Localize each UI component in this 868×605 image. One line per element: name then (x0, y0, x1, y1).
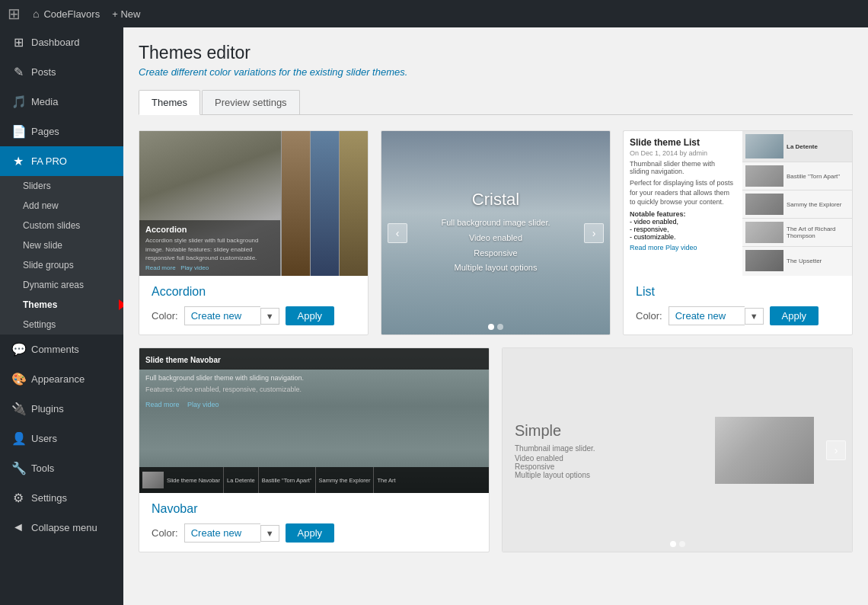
fa-pro-label: FA PRO (31, 155, 67, 167)
nav-film-4: The Art (377, 477, 395, 484)
cristal-line4: Multiple layout options (441, 261, 550, 276)
simple-dot-1 (670, 541, 676, 547)
navobar-desc: Full background slider theme with slidin… (139, 370, 489, 414)
sidebar-item-pages[interactable]: 📄 Pages (0, 117, 123, 146)
sidebar: ⊞ Dashboard ✎ Posts 🎵 Media 📄 Pa (0, 27, 123, 605)
cristal-nav-right[interactable]: › (584, 223, 604, 243)
list-color-label: Color: (636, 310, 662, 322)
fa-pro-arrow-icon: ◄ (113, 155, 123, 168)
page-subtitle: Create different color variations for th… (139, 66, 853, 78)
list-preview: Slide theme List On Dec 1, 2014 by admin… (624, 131, 852, 276)
tab-preview-settings[interactable]: Preview settings (202, 90, 300, 114)
layout: ⊞ Dashboard ✎ Posts 🎵 Media 📄 Pa (0, 27, 868, 605)
cristal-nav-left[interactable]: ‹ (388, 223, 407, 243)
accordion-select-arrow[interactable]: ▼ (260, 308, 279, 325)
sidebar-item-dashboard[interactable]: ⊞ Dashboard (0, 27, 123, 57)
navobar-preview: Slide theme Navobar Full background slid… (139, 348, 489, 493)
list-color-select[interactable]: Create new ▼ (669, 306, 764, 325)
page-title: Themes editor (139, 43, 853, 63)
navobar-read-more[interactable]: Read more (145, 401, 180, 408)
list-item-2-label: Sammy the Explorer (787, 201, 841, 208)
accordion-title: Accordion (145, 225, 274, 234)
tools-label: Tools (31, 463, 54, 474)
navobar-create-new[interactable]: Create new (184, 523, 260, 543)
sidebar-item-comments[interactable]: 💬 Comments (0, 335, 123, 364)
navobar-header: Slide theme Navobar (139, 348, 489, 370)
sidebar-item-plugins[interactable]: 🔌 Plugins (0, 394, 123, 424)
tab-themes[interactable]: Themes (139, 90, 200, 115)
sidebar-item-new-slide[interactable]: New slide (0, 235, 123, 255)
list-features-intro: Perfect for displaying lists of posts fo… (630, 178, 736, 207)
accordion-color-select[interactable]: Create new ▼ (184, 306, 279, 325)
sidebar-item-custom-slides[interactable]: Custom slides (0, 216, 123, 235)
navobar-color-label: Color: (152, 527, 178, 539)
list-color-row: Color: Create new ▼ Apply (636, 306, 840, 325)
settings-icon: ⚙ (11, 491, 25, 505)
accordion-color-row: Color: Create new ▼ Apply (152, 306, 356, 325)
accordion-links: Read more Play video (145, 264, 274, 271)
navobar-color-select[interactable]: Create new ▼ (184, 523, 279, 543)
sidebar-item-dynamic-areas[interactable]: Dynamic areas (0, 275, 123, 295)
simple-preview: › Simple Thumbnail image slider. Video e… (503, 348, 852, 552)
cristal-line2: Video enabled (441, 231, 550, 246)
comments-icon: 💬 (11, 342, 25, 357)
sidebar-item-collapse[interactable]: ◄ Collapse menu (0, 513, 123, 542)
navobar-name: Navobar (152, 502, 477, 516)
wp-logo-icon: ⊞ (8, 5, 21, 23)
accordion-desc: Accordion style slider with full backgro… (145, 236, 274, 262)
navobar-desc-text: Full background slider theme with slidin… (145, 373, 483, 384)
list-item-3-label: The Art of Richard Thompson (787, 226, 849, 239)
sidebar-item-settings-main[interactable]: ⚙ Settings (0, 483, 123, 513)
new-button[interactable]: + New (112, 8, 140, 20)
posts-icon: ✎ (11, 65, 25, 79)
sidebar-item-media[interactable]: 🎵 Media (0, 87, 123, 117)
navobar-apply-button[interactable]: Apply (286, 523, 335, 543)
sidebar-item-posts[interactable]: ✎ Posts (0, 57, 123, 87)
list-select-arrow[interactable]: ▼ (745, 308, 764, 325)
site-name[interactable]: ⌂ CodeFlavors (33, 8, 100, 20)
sidebar-item-themes[interactable]: Themes (0, 295, 123, 315)
list-create-new[interactable]: Create new (669, 306, 745, 325)
navobar-select-arrow[interactable]: ▼ (260, 525, 279, 542)
accordion-color-label: Color: (152, 310, 178, 322)
navobar-links: Read more Play video (145, 396, 483, 410)
theme-card-accordion: › Accordion Accordion style slider with … (139, 130, 369, 335)
appearance-icon: 🎨 (11, 372, 25, 386)
simple-nav-right[interactable]: › (826, 440, 846, 460)
theme-card-cristal: ‹ › Cristal Full background image slider… (381, 130, 611, 335)
theme-card-simple: › Simple Thumbnail image slider. Video e… (502, 347, 853, 552)
users-label: Users (31, 433, 57, 444)
sidebar-item-fa-pro[interactable]: ★ FA PRO ◄ (0, 146, 123, 176)
list-read-more[interactable]: Read more (630, 244, 664, 251)
accordion-apply-button[interactable]: Apply (286, 306, 335, 325)
sidebar-item-settings[interactable]: Settings (0, 315, 123, 335)
navobar-play-video[interactable]: Play video (187, 401, 219, 408)
list-f1: - video enabled, (630, 218, 736, 226)
list-theme-title: Slide theme List (630, 137, 736, 148)
list-play-video[interactable]: Play video (665, 244, 697, 251)
nav-film-3: Sammy the Explorer (319, 477, 371, 484)
sidebar-item-appearance[interactable]: 🎨 Appearance (0, 364, 123, 394)
accordion-create-new[interactable]: Create new (184, 306, 260, 325)
site-name-label: CodeFlavors (43, 8, 100, 20)
simple-line4: Multiple layout options (515, 470, 595, 479)
navobar-info: Navobar Color: Create new ▼ Apply (139, 493, 489, 552)
list-item-0-label: La Detente (787, 143, 818, 150)
dashboard-label: Dashboard (31, 37, 80, 48)
sidebar-item-slide-groups[interactable]: Slide groups (0, 255, 123, 275)
sidebar-item-add-new[interactable]: Add new (0, 196, 123, 216)
collapse-icon: ◄ (11, 520, 25, 534)
posts-label: Posts (31, 66, 56, 78)
list-apply-button[interactable]: Apply (770, 306, 819, 325)
simple-title: Simple (515, 421, 595, 439)
themes-grid-top: › Accordion Accordion style slider with … (139, 130, 853, 335)
sidebar-item-users[interactable]: 👤 Users (0, 424, 123, 453)
navobar-features: Features: video enabled, responsive, cus… (145, 386, 483, 393)
list-desc: Thumbnail slider theme with sliding navi… (630, 160, 736, 175)
plugins-icon: 🔌 (11, 402, 25, 416)
sidebar-item-sliders[interactable]: Sliders (0, 176, 123, 196)
list-item-1-label: Bastille "Torn Apart" (787, 173, 840, 180)
simple-dots (670, 541, 685, 547)
sidebar-item-tools[interactable]: 🔧 Tools (0, 453, 123, 483)
navobar-color-row: Color: Create new ▼ Apply (152, 523, 477, 543)
